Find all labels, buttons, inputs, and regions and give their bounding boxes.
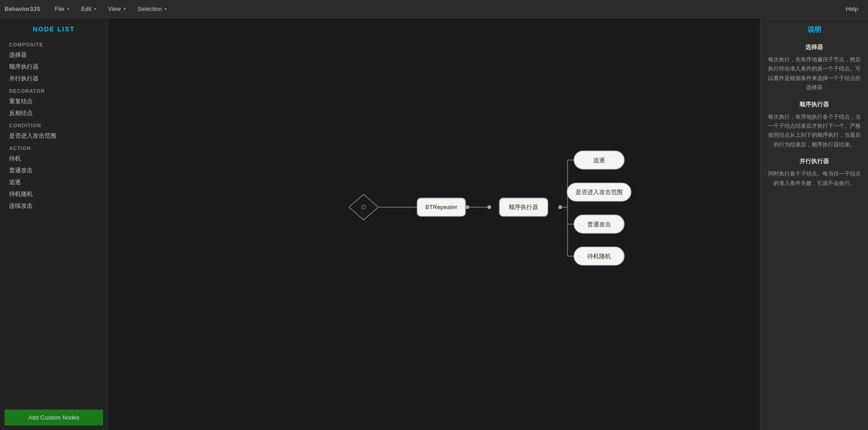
- menubar: Behavior3JS File ▼ Edit ▼ View ▼ Selecti…: [0, 0, 868, 18]
- svg-text:顺序执行器: 顺序执行器: [509, 204, 538, 210]
- help-button[interactable]: Help: [840, 5, 863, 12]
- panel-section-selector: 选择器: [767, 43, 862, 51]
- right-panel: 说明 选择器 每次执行，先有序地遍历子节点，然后执行符合准入条件的第一个子结点。…: [760, 18, 868, 430]
- panel-section-sequential: 顺序执行器: [767, 100, 862, 109]
- sidebar: NODE LIST COMPOSITE 选择器 顺序执行器 并行执行器 DECO…: [0, 18, 108, 430]
- node-parallel[interactable]: 并行执行器: [0, 73, 108, 85]
- node-selector[interactable]: 选择器: [0, 49, 108, 61]
- behavior-tree-svg: ∅ BTRepeater 顺序执行器 追逐 是否进入攻击范围: [108, 18, 760, 430]
- node-idle-random-action[interactable]: 待机随机: [574, 247, 625, 265]
- svg-point-4: [466, 205, 469, 209]
- node-attack-range[interactable]: 是否进入攻击范围: [0, 130, 108, 142]
- app-title: Behavior3JS: [5, 5, 40, 12]
- main-layout: NODE LIST COMPOSITE 选择器 顺序执行器 并行执行器 DECO…: [0, 18, 868, 430]
- node-continuous-attack[interactable]: 连续攻击: [0, 200, 108, 212]
- add-custom-nodes-button[interactable]: Add Custom Nodes: [5, 410, 103, 425]
- chevron-down-icon: ▼: [66, 7, 70, 11]
- svg-text:∅: ∅: [361, 204, 366, 210]
- svg-text:普通攻击: 普通攻击: [587, 221, 611, 228]
- menu-view[interactable]: View ▼: [103, 0, 132, 18]
- panel-text-parallel: 同时执行各个子结点。每当任一子结点的准入条件失败，它就不会执行。: [767, 169, 862, 188]
- section-composite: COMPOSITE: [0, 38, 108, 49]
- menu-selection[interactable]: Selection ▼: [132, 0, 173, 18]
- panel-text-selector: 每次执行，先有序地遍历子节点，然后执行符合准入条件的第一个子结点。可以看作是根据…: [767, 55, 862, 92]
- panel-text-sequential: 每次执行，有序地执行各个子结点，当一个子结点结束后才执行下一个。严格按照结点从上…: [767, 112, 862, 150]
- node-sequential[interactable]: 顺序执行器: [0, 61, 108, 73]
- panel-title: 说明: [767, 25, 862, 34]
- node-idle-random[interactable]: 待机随机: [0, 188, 108, 200]
- node-chase-action[interactable]: 追逐: [574, 151, 625, 169]
- chevron-down-icon: ▼: [93, 7, 97, 11]
- svg-point-5: [487, 205, 491, 209]
- node-btrepeater[interactable]: BTRepeater: [417, 198, 466, 216]
- svg-text:是否进入攻击范围: 是否进入攻击范围: [575, 189, 623, 195]
- canvas-area[interactable]: ∅ BTRepeater 顺序执行器 追逐 是否进入攻击范围: [108, 18, 760, 430]
- node-invert[interactable]: 反相结点: [0, 107, 108, 119]
- node-list-title: NODE LIST: [0, 18, 108, 38]
- chevron-down-icon: ▼: [164, 7, 168, 11]
- section-decorator: DECORATOR: [0, 85, 108, 95]
- node-attack-range-action[interactable]: 是否进入攻击范围: [567, 183, 631, 201]
- node-sequential-executor[interactable]: 顺序执行器: [499, 198, 548, 216]
- section-condition: CONDITION: [0, 119, 108, 130]
- node-idle[interactable]: 待机: [0, 153, 108, 165]
- chevron-down-icon: ▼: [123, 7, 127, 11]
- node-chase[interactable]: 追逐: [0, 176, 108, 188]
- node-normal-attack-action[interactable]: 普通攻击: [574, 215, 625, 233]
- svg-point-7: [558, 205, 562, 209]
- svg-text:待机随机: 待机随机: [587, 253, 611, 260]
- menu-file[interactable]: File ▼: [50, 0, 76, 18]
- node-repeat[interactable]: 重复结点: [0, 95, 108, 107]
- svg-text:BTRepeater: BTRepeater: [425, 204, 457, 210]
- panel-section-parallel: 并行执行器: [767, 157, 862, 165]
- section-action: ACTION: [0, 142, 108, 153]
- node-normal-attack[interactable]: 普通攻击: [0, 165, 108, 176]
- svg-text:追逐: 追逐: [593, 157, 605, 164]
- menu-edit[interactable]: Edit ▼: [76, 0, 103, 18]
- node-root[interactable]: ∅: [349, 195, 378, 220]
